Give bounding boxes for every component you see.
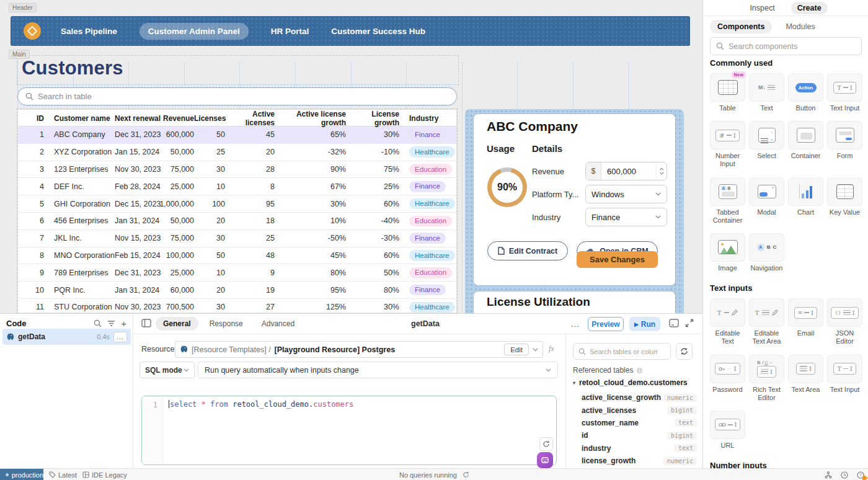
industry-select[interactable]: Finance — [585, 208, 667, 226]
sync-icon[interactable] — [676, 343, 693, 360]
table-search-field[interactable] — [38, 92, 449, 101]
table-row[interactable]: 1ABC CompanyDec 31, 2023600,000504565%30… — [18, 127, 456, 144]
collapse-triangle-icon[interactable]: ▾ — [573, 380, 575, 386]
edit-contract-button[interactable]: Edit Contract — [487, 241, 568, 260]
panel-toggle-icon[interactable] — [141, 319, 151, 327]
table-row[interactable]: 6456 EnterprisesJan 31, 202450,000201810… — [18, 213, 456, 230]
tab-create[interactable]: Create — [791, 2, 828, 14]
customers-table[interactable]: IDCustomer nameNext renewalRevenueLicens… — [17, 109, 457, 313]
table-row[interactable]: 8MNO CorporationFeb 15, 2024100,00050484… — [18, 247, 456, 265]
resource-edit-button[interactable]: Edit — [504, 344, 529, 355]
components-search-field[interactable] — [728, 42, 856, 51]
ai-assistant-icon[interactable] — [537, 452, 553, 468]
column-header[interactable]: License growth — [346, 110, 399, 127]
tab-inspect[interactable]: Inspect — [743, 2, 781, 14]
component-item-password[interactable]: ··IPassword — [710, 355, 745, 402]
editor-tab-advanced[interactable]: Advanced — [254, 317, 302, 331]
save-changes-button[interactable]: Save Changes — [577, 251, 658, 268]
fx-icon[interactable]: fx — [549, 344, 554, 353]
table-row[interactable]: 11STU CorporationNov 30, 2023700,5003027… — [18, 299, 456, 313]
component-item-rich-text-editor[interactable]: B I U ~IRich Text Editor — [749, 355, 784, 402]
component-item-text[interactable]: M↓Text — [749, 73, 784, 112]
expand-icon[interactable] — [685, 319, 694, 327]
schema-search-field[interactable] — [590, 348, 658, 355]
schema-column-row[interactable]: customer_nametext — [582, 417, 697, 429]
table-row[interactable]: 5GHI CorporationDec 15, 20231,000,000100… — [18, 195, 456, 213]
query-mode-select[interactable]: SQL mode — [140, 362, 195, 378]
schema-column-row[interactable]: active_licensesbigint — [582, 404, 697, 416]
component-item-url[interactable]: IURL — [710, 411, 745, 450]
header-tab-hr-portal[interactable]: HR Portal — [271, 27, 309, 36]
component-item-container[interactable]: Container — [788, 121, 823, 168]
panel-bottom-icon[interactable] — [669, 319, 679, 327]
header-tab-customer-admin-panel[interactable]: Customer Admin Panel — [140, 23, 249, 40]
ide-legacy-toggle[interactable]: IDE Legacy — [82, 469, 127, 480]
preview-button[interactable]: Preview — [588, 317, 624, 331]
table-row[interactable]: 10PQR Inc.Jan 31, 202460,000201995%80%Fi… — [18, 282, 456, 299]
filter-icon[interactable] — [107, 320, 115, 327]
header-tab-customer-success-hub[interactable]: Customer Success Hub — [331, 27, 425, 36]
schema-column-row[interactable]: idbigint — [582, 429, 697, 442]
table-row[interactable]: 3123 EnterprisesNov 30, 202375,000302890… — [18, 161, 456, 179]
table-row[interactable]: 2XYZ CorporationJan 15, 202450,0002520-3… — [18, 144, 456, 161]
component-item-number-input[interactable]: #INumber Input — [710, 121, 745, 168]
resource-select[interactable]: [Resource Templates] / [Playground Resou… — [175, 341, 543, 358]
component-item-editable-text-area[interactable]: T Editable Text Area — [749, 298, 784, 345]
run-button[interactable]: ▶ Run — [629, 317, 660, 331]
component-item-key-value[interactable]: Key Value — [827, 177, 862, 224]
column-header[interactable]: Revenue — [158, 114, 194, 123]
column-header[interactable]: Next renewal — [106, 114, 158, 123]
column-header[interactable]: Customer name — [44, 114, 106, 123]
component-item-tabbed-container[interactable]: ABTabbed Container — [710, 177, 745, 224]
version-selector[interactable]: Latest — [49, 469, 77, 480]
debug-tree-icon[interactable] — [825, 471, 832, 479]
component-item-text-input[interactable]: TIText Input — [827, 355, 862, 402]
components-search-input[interactable] — [710, 37, 862, 55]
schema-search-input[interactable] — [573, 343, 671, 360]
sql-code-editor[interactable]: 1 select * from retool_cloud_demo.custom… — [141, 396, 557, 465]
sql-code-line[interactable]: select * from retool_cloud_demo.customer… — [163, 396, 556, 464]
column-header[interactable]: Licenses — [194, 114, 225, 123]
column-header[interactable]: Active licenses — [225, 110, 275, 127]
more-icon[interactable]: ... — [567, 318, 583, 331]
schema-column-row[interactable]: active_license_growthnumeric — [582, 391, 697, 404]
component-item-select[interactable]: ⌄✓Select — [749, 121, 784, 168]
tab-modules[interactable]: Modules — [778, 20, 822, 33]
component-item-image[interactable]: Image — [710, 233, 745, 272]
component-item-email[interactable]: ✉IEmail — [788, 298, 823, 345]
plus-icon[interactable]: + — [121, 319, 126, 328]
query-more-button[interactable]: ... — [113, 332, 127, 342]
column-header[interactable]: Industry — [399, 114, 448, 123]
component-item-chart[interactable]: Chart — [788, 177, 823, 224]
run-behavior-select[interactable]: Run query automatically when inputs chan… — [198, 362, 558, 378]
editor-tab-general[interactable]: General — [156, 317, 198, 331]
search-icon[interactable] — [94, 319, 102, 327]
revenue-number-input[interactable]: $600,000 — [585, 162, 667, 180]
component-item-form[interactable]: Form — [827, 121, 862, 168]
history-clock-icon[interactable] — [841, 471, 848, 479]
component-item-navigation[interactable]: ABCNavigation — [749, 233, 784, 272]
component-item-modal[interactable]: ×Modal — [749, 177, 784, 224]
query-list-item-getdata[interactable]: getData 0.4s ... — [2, 329, 131, 345]
component-item-editable-text[interactable]: T Editable Text — [710, 298, 745, 345]
table-row[interactable]: 4DEF Inc.Feb 28, 202425,00010867%25%Fina… — [18, 178, 456, 195]
component-item-text-area[interactable]: IText Area — [788, 355, 823, 402]
editor-tab-response[interactable]: Response — [202, 317, 250, 331]
schema-column-row[interactable]: license_growthnumeric — [582, 455, 697, 467]
table-row[interactable]: 7JKL Inc.Nov 15, 202375,0003025-50%-30%F… — [18, 230, 456, 247]
component-item-button[interactable]: ActionButton — [788, 73, 823, 112]
schema-table-row[interactable]: ▾ retool_cloud_demo.customers — [573, 378, 688, 387]
number-stepper[interactable] — [656, 162, 666, 180]
column-header[interactable]: ID — [25, 114, 44, 123]
refresh-icon[interactable] — [539, 437, 553, 451]
schema-column-row[interactable]: industrytext — [582, 442, 697, 455]
column-header[interactable]: Active license growth — [275, 110, 346, 127]
component-item-text-input[interactable]: TIText Input — [827, 73, 862, 112]
header-tab-sales-pipeline[interactable]: Sales Pipeline — [61, 27, 117, 36]
table-search-input[interactable] — [17, 87, 457, 105]
table-row[interactable]: 9789 EnterprisesDec 31, 202325,00010980%… — [18, 264, 456, 282]
refresh-icon[interactable] — [463, 471, 469, 478]
component-item-table[interactable]: NewTable — [710, 73, 745, 112]
platform-ty--select[interactable]: Windows — [585, 185, 667, 203]
tab-components[interactable]: Components — [710, 20, 772, 33]
